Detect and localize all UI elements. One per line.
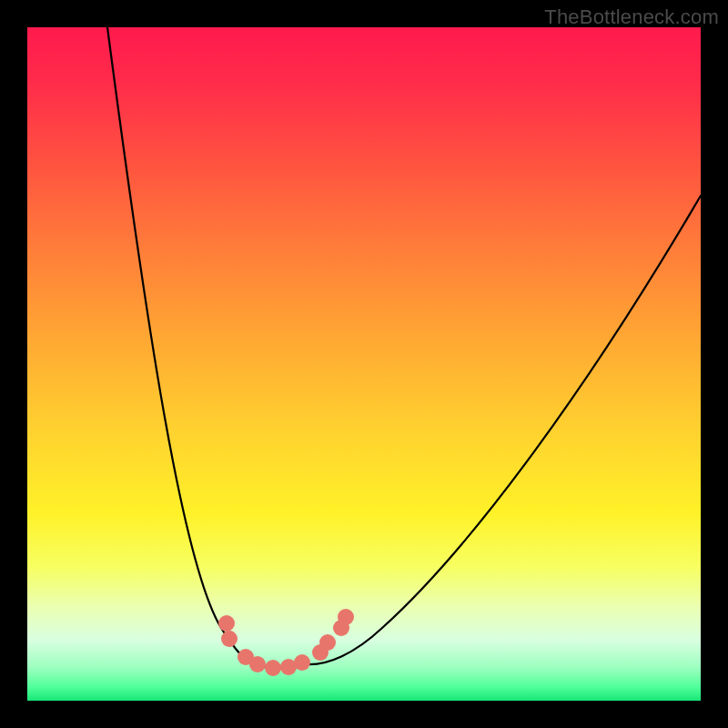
- curve-group: [107, 27, 701, 668]
- valley-dot: [338, 609, 354, 625]
- valley-dot-cluster: [218, 609, 354, 676]
- curve-left-branch: [107, 27, 248, 662]
- valley-dot: [221, 631, 238, 647]
- attribution-text: TheBottleneck.com: [544, 5, 719, 29]
- valley-dot: [265, 660, 281, 676]
- bottleneck-curve-plot: [0, 0, 728, 728]
- valley-dot: [319, 634, 336, 651]
- valley-dot: [249, 656, 266, 672]
- valley-dot: [218, 615, 235, 632]
- curve-right-branch: [305, 196, 701, 664]
- valley-dot: [294, 654, 310, 671]
